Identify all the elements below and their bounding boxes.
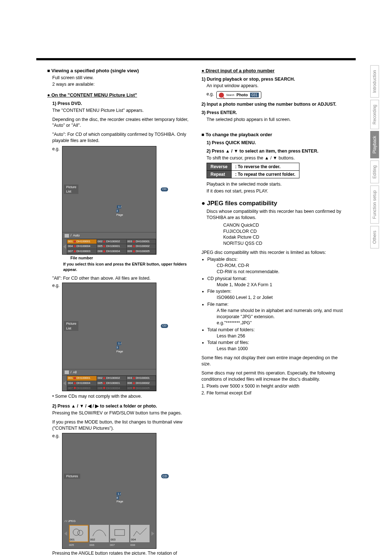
mode-repeat-desc: : To repeat the current folder. [231, 170, 299, 178]
side-tab-strip: Introduction Recording Playback Editing … [370, 65, 379, 248]
text: "Auto": For CD of which compatibility co… [47, 131, 191, 144]
subheading-direct-input: Direct input of a photo number [201, 68, 345, 74]
page-header-rule [36, 58, 356, 60]
text: Pressing the SLOW/REV or FWD/SLOW button… [47, 410, 191, 416]
left-column: Viewing a specified photo (single view) … [36, 68, 191, 555]
eg-label: e.g. [207, 92, 214, 97]
eg-label: e.g. [52, 283, 60, 288]
compat-disc: FUJICOLOR CD [223, 228, 345, 235]
page-label: Page [117, 500, 123, 503]
step-3: 3) Press ENTER. [201, 110, 345, 116]
spec-list: Playable discs: CD-ROM, CD-R CD-RW is no… [201, 256, 345, 352]
text: Pressing the ANGLE button rotates the pi… [47, 550, 191, 555]
text: 1. Pixels over 5000 x 5000 in height and… [201, 383, 345, 389]
text: The "CONTENT MENU Picture List" appears. [47, 108, 191, 114]
search-input-window: Search Photo 031 [216, 91, 261, 99]
tab-others[interactable]: Others [370, 226, 379, 248]
tab-editing[interactable]: Editing [370, 161, 379, 183]
compat-disc: CANON QuickCD [223, 222, 345, 228]
spec-item: Playable discs: CD-ROM, CD-R CD-RW is no… [207, 256, 345, 275]
search-icon [219, 93, 224, 98]
disc-type-badge: CD [161, 324, 168, 328]
page-label: Page [116, 213, 123, 216]
folder-icon [65, 234, 69, 238]
step-2: 2) Press ▲ / ▼ to select an item, then p… [201, 148, 345, 154]
svg-point-0 [73, 529, 80, 535]
tab-recording[interactable]: Recording [370, 100, 379, 129]
thumbnail[interactable]: 002 [90, 525, 109, 542]
text: 2 ways are available: [47, 81, 191, 88]
eg-label: e.g. [52, 146, 60, 151]
mode-reverse: Reverse [207, 163, 232, 170]
spec-item: Total number of folders: Less than 256 [207, 327, 345, 339]
text: To shift the cursor, press the ▲ / ▼ but… [201, 155, 345, 161]
text: Playback in the selected mode starts. [201, 181, 345, 187]
picture-list-title: Picture List [64, 185, 78, 194]
folder-name: All [73, 370, 77, 374]
page-left-icon[interactable] [64, 531, 67, 536]
text: If you press the MODE button, the list c… [47, 419, 191, 432]
thumbnail-view: Pictures 1 / 8 Page CD / / JPEG 001 [62, 433, 156, 549]
compat-disc: Kodak Picture CD [223, 234, 345, 240]
right-column: Direct input of a photo number 1) During… [201, 68, 356, 555]
eg-label: e.g. [52, 433, 60, 438]
heading-viewing-photo: Viewing a specified photo (single view) [47, 68, 191, 74]
spec-item: File name: A file name should be in alph… [207, 301, 345, 326]
svg-point-1 [78, 530, 83, 535]
tab-function-setup[interactable]: Function setup [370, 186, 379, 224]
picture-list-auto: Picture List 1 / 3 Page CD /Auto 001DH10… [62, 146, 156, 255]
text: 2. File format except Exif [201, 390, 345, 396]
folder-name: Auto [73, 233, 80, 238]
text: If it does not start, press PLAY. [201, 188, 345, 194]
disc-type-badge: CD [161, 474, 169, 478]
picture-list-title: Picture List [64, 321, 78, 331]
search-caption: Search [226, 93, 234, 97]
text: Full screen still view. [47, 75, 191, 81]
mode-repeat: Repeat [207, 170, 232, 178]
thumbnail[interactable]: 004 [130, 525, 150, 542]
thumbnail[interactable]: 003 [110, 525, 129, 542]
heading-jpeg-compat: JPEG files compatibility [201, 199, 345, 208]
text: Depending on the disc, the recorder crea… [47, 117, 191, 129]
thumb-title: Pictures [64, 474, 80, 479]
spec-item: File system: ISO9660 Level 1, 2 or Jolie… [207, 288, 345, 301]
search-value: 031 [250, 93, 259, 98]
caption-select-icon: If you select this icon and press the EN… [52, 262, 191, 272]
subheading-content-menu-list: On the "CONTENT MENU Picture List" [47, 92, 191, 98]
page-indicator: 1 / 8 [117, 492, 121, 499]
heading-change-order: To change the playback order [201, 131, 345, 138]
text: • Some CDs may not comply with the above… [47, 393, 191, 400]
spec-item: CD physical format: Mode 1, Mode 2 XA Fo… [207, 276, 345, 288]
mode-reverse-desc: : To reverse the order. [231, 163, 299, 170]
text: Some files may not display their own ent… [201, 355, 345, 367]
compat-disc: NORITSU QSS CD [223, 240, 345, 247]
mode-table: Reverse : To reverse the order. Repeat :… [201, 163, 299, 178]
tab-playback[interactable]: Playback [370, 131, 379, 158]
page-right-icon[interactable] [151, 531, 154, 536]
folder-icon [65, 370, 69, 374]
step-2: 2) Press ▲ / ▼ / ◀ / ▶ to select a folde… [47, 403, 191, 409]
page-indicator: 1 / 3 [116, 205, 121, 212]
step-1: 1) During playback or stop, press SEARCH… [201, 76, 345, 82]
page-left-icon[interactable] [63, 381, 66, 385]
spec-item: Total number of files: Less than 1000 [207, 340, 345, 352]
text: The selected photo appears in full scree… [201, 117, 345, 123]
svg-rect-2 [115, 530, 124, 535]
page-indicator: 1 / 3 [116, 342, 121, 349]
step-1: 1) Press QUICK MENU. [201, 140, 345, 146]
thumb-folder: / / JPEG [62, 519, 156, 524]
text: An input window appears. [201, 83, 345, 89]
thumbnail[interactable]: 001 [69, 525, 88, 542]
search-type-label: Photo [237, 92, 248, 98]
picture-list-all: Picture List 1 / 3 Page CD /All 001DH100… [62, 283, 156, 391]
tab-introduction[interactable]: Introduction [370, 65, 379, 98]
text: "All": For CD other than above. All file… [47, 275, 191, 281]
page-left-icon[interactable] [63, 244, 66, 249]
page-label: Page [116, 350, 123, 353]
caption-file-number: File number [52, 255, 191, 261]
step-2: 2) Input a photo number using the number… [201, 101, 345, 108]
text: Some discs may not permit this operation… [201, 370, 345, 382]
text: JPEG disc compatibility with this record… [201, 250, 345, 256]
step-1: 1) Press DVD. [47, 101, 191, 107]
disc-type-badge: CD [161, 187, 168, 191]
